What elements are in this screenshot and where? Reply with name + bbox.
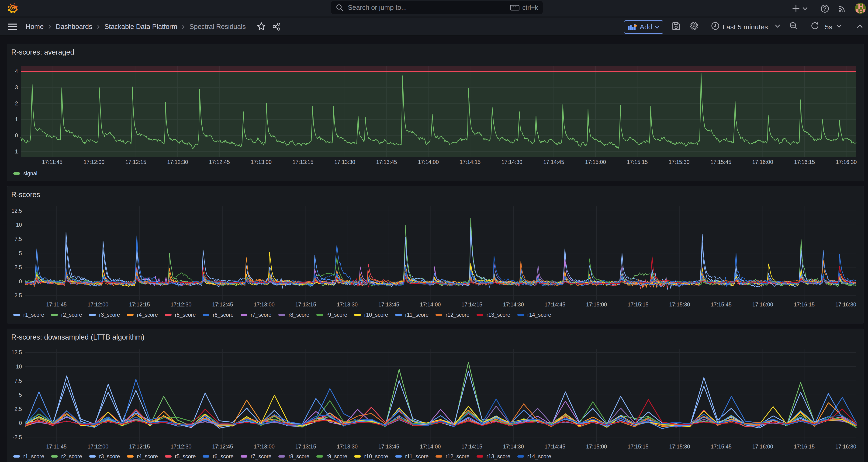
svg-text:10: 10: [16, 222, 22, 228]
svg-text:17:12:45: 17:12:45: [212, 443, 233, 450]
svg-text:17:15:15: 17:15:15: [628, 302, 649, 308]
svg-text:17:16:00: 17:16:00: [752, 443, 773, 450]
svg-text:17:13:00: 17:13:00: [254, 302, 275, 308]
svg-text:-2.5: -2.5: [12, 292, 22, 299]
svg-text:17:11:45: 17:11:45: [46, 302, 67, 308]
svg-text:17:12:00: 17:12:00: [87, 302, 108, 308]
svg-text:17:12:45: 17:12:45: [212, 302, 233, 308]
svg-text:17:11:45: 17:11:45: [42, 159, 62, 165]
svg-text:17:13:00: 17:13:00: [254, 443, 275, 450]
svg-text:17:16:15: 17:16:15: [794, 302, 815, 308]
svg-text:5: 5: [19, 250, 22, 256]
svg-text:17:12:45: 17:12:45: [209, 159, 230, 165]
svg-text:17:14:45: 17:14:45: [545, 443, 566, 450]
svg-text:-2.5: -2.5: [12, 434, 22, 440]
svg-text:17:14:30: 17:14:30: [503, 443, 524, 450]
svg-text:2.5: 2.5: [14, 264, 22, 270]
svg-text:0: 0: [15, 132, 18, 138]
svg-text:17:13:15: 17:13:15: [295, 302, 316, 308]
svg-text:2: 2: [15, 100, 18, 106]
svg-text:17:13:45: 17:13:45: [376, 159, 397, 165]
svg-text:17:14:15: 17:14:15: [461, 443, 483, 450]
svg-text:17:14:45: 17:14:45: [545, 302, 566, 308]
svg-text:12.5: 12.5: [11, 349, 22, 356]
svg-text:17:14:00: 17:14:00: [420, 443, 441, 450]
svg-text:17:16:00: 17:16:00: [752, 302, 773, 308]
svg-text:4: 4: [15, 68, 18, 74]
svg-text:17:13:30: 17:13:30: [337, 302, 358, 308]
svg-text:17:12:15: 17:12:15: [129, 443, 150, 450]
svg-text:17:13:15: 17:13:15: [295, 443, 316, 450]
svg-text:17:11:45: 17:11:45: [46, 443, 67, 450]
svg-text:17:14:30: 17:14:30: [503, 302, 524, 308]
svg-text:17:12:30: 17:12:30: [167, 159, 188, 165]
svg-text:7.5: 7.5: [14, 378, 22, 384]
svg-text:17:14:00: 17:14:00: [420, 302, 441, 308]
svg-text:17:15:30: 17:15:30: [669, 443, 690, 450]
svg-text:17:15:30: 17:15:30: [669, 302, 690, 308]
svg-text:17:13:45: 17:13:45: [378, 443, 399, 450]
svg-text:7.5: 7.5: [14, 236, 22, 242]
svg-text:17:16:00: 17:16:00: [752, 159, 773, 165]
svg-text:17:15:45: 17:15:45: [711, 443, 732, 450]
svg-text:10: 10: [16, 364, 22, 370]
svg-text:17:12:30: 17:12:30: [170, 443, 192, 450]
svg-text:17:13:15: 17:13:15: [292, 159, 314, 165]
svg-text:1: 1: [15, 116, 18, 122]
svg-text:17:15:15: 17:15:15: [627, 159, 648, 165]
svg-text:17:16:30: 17:16:30: [835, 302, 856, 308]
svg-text:17:16:15: 17:16:15: [794, 159, 815, 165]
svg-text:17:13:30: 17:13:30: [337, 443, 358, 450]
svg-text:17:15:00: 17:15:00: [586, 443, 607, 450]
svg-text:17:12:15: 17:12:15: [129, 302, 150, 308]
svg-text:17:14:00: 17:14:00: [418, 159, 439, 165]
svg-text:0: 0: [19, 278, 22, 284]
svg-text:17:12:30: 17:12:30: [170, 302, 192, 308]
svg-text:17:12:00: 17:12:00: [87, 443, 108, 450]
svg-text:17:13:30: 17:13:30: [334, 159, 355, 165]
svg-text:17:15:45: 17:15:45: [710, 159, 732, 165]
svg-text:17:13:45: 17:13:45: [378, 302, 399, 308]
svg-text:2.5: 2.5: [14, 406, 22, 412]
svg-text:17:14:15: 17:14:15: [460, 159, 481, 165]
svg-text:17:16:30: 17:16:30: [835, 443, 856, 450]
svg-text:17:15:30: 17:15:30: [669, 159, 690, 165]
svg-text:17:14:30: 17:14:30: [501, 159, 523, 165]
svg-text:3: 3: [15, 85, 18, 91]
svg-text:17:15:00: 17:15:00: [586, 302, 607, 308]
svg-text:17:12:15: 17:12:15: [125, 159, 147, 165]
svg-text:5: 5: [19, 392, 22, 398]
svg-text:17:16:30: 17:16:30: [836, 159, 857, 165]
svg-text:17:15:00: 17:15:00: [585, 159, 606, 165]
svg-text:17:16:15: 17:16:15: [794, 443, 815, 450]
svg-text:17:15:15: 17:15:15: [628, 443, 649, 450]
svg-text:17:13:00: 17:13:00: [251, 159, 272, 165]
svg-text:-1: -1: [13, 149, 18, 155]
svg-text:0: 0: [19, 420, 22, 426]
svg-text:17:12:00: 17:12:00: [84, 159, 104, 165]
svg-text:12.5: 12.5: [11, 208, 22, 214]
svg-text:17:14:15: 17:14:15: [461, 302, 483, 308]
svg-text:17:15:45: 17:15:45: [711, 302, 732, 308]
svg-text:17:14:45: 17:14:45: [543, 159, 564, 165]
